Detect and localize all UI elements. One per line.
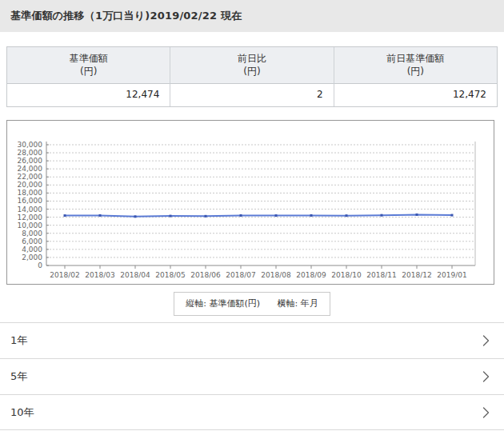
svg-text:4,000: 4,000 [22, 245, 42, 253]
horizontal-axis-label: 横軸: 年月 [278, 298, 318, 309]
accordion-label: 5年 [10, 369, 27, 384]
period-accordion: 1年 5年 10年 [0, 322, 504, 430]
price-history-chart-panel: 02,0004,0006,0008,00010,00012,00014,0001… [6, 120, 494, 285]
col-header-nav: 基準価額 (円) [7, 47, 170, 84]
svg-text:2019/01: 2019/01 [437, 271, 466, 279]
summary-table-header-row: 基準価額 (円) 前日比 (円) 前日基準価額 (円) [7, 47, 497, 84]
col-header-unit: (円) [170, 65, 333, 78]
svg-text:2018/06: 2018/06 [190, 271, 221, 279]
col-header-label: 基準価額 [7, 52, 170, 65]
col-header-daily-change: 前日比 (円) [170, 47, 334, 84]
svg-text:2018/12: 2018/12 [402, 271, 431, 279]
svg-text:16,000: 16,000 [18, 197, 43, 205]
accordion-item-10year[interactable]: 10年 [0, 394, 504, 430]
svg-text:2018/07: 2018/07 [226, 271, 255, 279]
daily-change-value: 2 [170, 84, 334, 106]
svg-text:12,000: 12,000 [18, 214, 43, 221]
svg-text:2018/03: 2018/03 [85, 271, 114, 279]
chevron-right-icon [482, 371, 490, 383]
chevron-right-icon [482, 335, 490, 347]
price-summary-table: 基準価額 (円) 前日比 (円) 前日基準価額 (円) 12,474 2 12,… [6, 46, 498, 107]
svg-text:8,000: 8,000 [22, 229, 42, 237]
svg-text:2,000: 2,000 [22, 253, 42, 261]
svg-text:2018/04: 2018/04 [120, 271, 150, 279]
svg-text:20,000: 20,000 [18, 181, 43, 189]
chart-axis-legend: 縦軸: 基準価額(円) 横軸: 年月 [174, 292, 330, 316]
svg-text:2018/11: 2018/11 [366, 271, 396, 279]
col-header-unit: (円) [334, 65, 497, 78]
svg-text:2018/09: 2018/09 [296, 271, 326, 279]
col-header-unit: (円) [7, 65, 170, 78]
svg-text:30,000: 30,000 [18, 141, 43, 149]
prev-nav-value: 12,472 [334, 84, 497, 106]
svg-text:26,000: 26,000 [18, 157, 43, 165]
svg-text:2018/05: 2018/05 [155, 271, 185, 279]
chevron-right-icon [482, 406, 490, 418]
col-header-prev-nav: 前日基準価額 (円) [334, 47, 497, 84]
accordion-label: 1年 [10, 333, 27, 348]
col-header-label: 前日比 [170, 52, 333, 65]
svg-text:0: 0 [38, 261, 42, 269]
svg-text:18,000: 18,000 [18, 189, 43, 197]
svg-text:14,000: 14,000 [18, 206, 43, 214]
svg-text:2018/10: 2018/10 [331, 271, 362, 279]
nav-value: 12,474 [7, 84, 170, 106]
svg-text:28,000: 28,000 [18, 149, 43, 157]
accordion-label: 10年 [10, 405, 34, 420]
svg-text:6,000: 6,000 [22, 237, 42, 245]
svg-text:24,000: 24,000 [18, 165, 43, 173]
accordion-item-1year[interactable]: 1年 [0, 322, 504, 358]
vertical-axis-label: 縦軸: 基準価額(円) [186, 298, 260, 309]
svg-text:22,000: 22,000 [18, 173, 43, 181]
page-header: 基準価額の推移（1万口当り)2019/02/22 現在 [0, 0, 504, 32]
fund-price-page: 基準価額の推移（1万口当り)2019/02/22 現在 基準価額 (円) 前日比… [0, 0, 504, 435]
col-header-label: 前日基準価額 [334, 52, 497, 65]
price-chart-svg: 02,0004,0006,0008,00010,00012,00014,0001… [7, 121, 494, 284]
chart-axis-legend-wrap: 縦軸: 基準価額(円) 横軸: 年月 [0, 292, 504, 316]
summary-table-value-row: 12,474 2 12,472 [7, 84, 497, 106]
svg-text:2018/02: 2018/02 [50, 271, 79, 279]
page-title: 基準価額の推移（1万口当り)2019/02/22 現在 [10, 9, 242, 23]
svg-text:10,000: 10,000 [18, 221, 43, 229]
accordion-item-5year[interactable]: 5年 [0, 358, 504, 394]
svg-text:2018/08: 2018/08 [261, 271, 291, 279]
